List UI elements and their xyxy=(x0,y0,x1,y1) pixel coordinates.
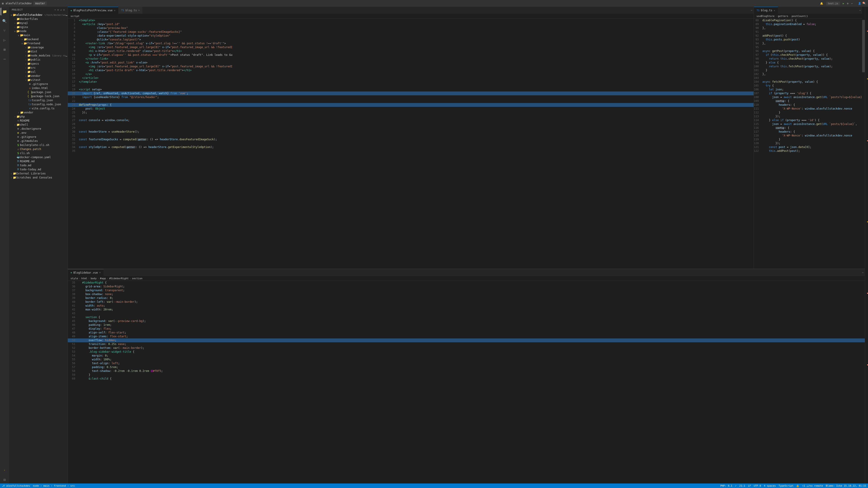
sidebar-item-src[interactable]: › 📁 src xyxy=(9,66,68,70)
editor-actions[interactable]: ⋯ xyxy=(749,7,754,14)
sidebar-item-shell[interactable]: › 📁 shell xyxy=(9,123,68,127)
sidebar-item-docker-compose[interactable]: 🐳 docker-compose.yaml xyxy=(9,155,68,159)
sidebar-item-frontend[interactable]: ∨ 📂 frontend xyxy=(9,41,68,45)
run-icon[interactable]: ▶ xyxy=(843,2,844,5)
code-line: 102}, xyxy=(754,72,862,76)
extensions-icon[interactable]: ⊞ xyxy=(1,46,8,53)
hamburger-icon[interactable]: ≡ xyxy=(2,2,4,5)
sidebar-item-node[interactable]: ∨ 📂 node xyxy=(9,29,68,33)
sidebar-item-gitignore2[interactable]: ⊙ .gitignore xyxy=(9,135,68,139)
sidebar-item-node-modules[interactable]: › 📁 node_modules library root xyxy=(9,54,68,58)
code-line: 18 xyxy=(68,84,754,88)
sidebar-item-php[interactable]: › 📁 php xyxy=(9,115,68,119)
file-icon: ⚙ xyxy=(16,131,20,135)
tab-blogsidebar[interactable]: ◈ BlogSidebar.vue × xyxy=(68,269,104,276)
tab-close-icon[interactable]: × xyxy=(99,271,101,274)
code-editor-bottom[interactable]: 35 #SidebarRight { 36 grid-area: Sidebar… xyxy=(68,281,865,484)
indent-setting[interactable]: 4 spaces xyxy=(764,484,776,487)
vue-icon: ◈ xyxy=(70,271,72,274)
sidebar-item-todo[interactable]: M todo.md xyxy=(9,163,68,167)
more-views-icon[interactable]: ⋯ xyxy=(1,55,8,63)
git-path-status[interactable]: node › main › frontend › src xyxy=(33,484,75,487)
sidebar-item-scratches[interactable]: › 📁 Scratches and Consoles xyxy=(9,175,68,180)
tab-close-icon[interactable]: × xyxy=(138,9,140,12)
git-sync-status[interactable]: ↑1 △/no remote xyxy=(802,484,823,487)
code-line: 47 display: flex; xyxy=(68,327,865,331)
sidebar-item-specs[interactable]: › 📁 specs xyxy=(9,62,68,66)
code-editor-top-left[interactable]: 1<template> 2 <article :key="post.id" 3 … xyxy=(68,19,754,269)
sidebar-item-tsconfig-node[interactable]: ts tsconfig.node.json xyxy=(9,102,68,106)
sidebar-item-package-lock[interactable]: { } package-lock.json xyxy=(9,94,68,98)
tab-close-icon[interactable]: × xyxy=(114,9,116,12)
sidebar-item-nginx[interactable]: › 📁 nginx xyxy=(9,25,68,29)
blame-info[interactable]: Blame: Icke 15.10.22, 01:15 xyxy=(826,484,866,487)
explorer-icon[interactable]: 📁 xyxy=(1,8,8,15)
tab-blogposts[interactable]: ◈ BlogPostsPostPreview.vue × xyxy=(68,7,119,14)
remote-icon[interactable]: ⚡ xyxy=(1,466,8,474)
sidebar-item-external-libs[interactable]: › 📁 External Libraries xyxy=(9,171,68,175)
tab-close-icon[interactable]: × xyxy=(774,9,775,12)
item-label: dockerfiles xyxy=(20,18,68,21)
sidebar-item-changes-patch[interactable]: ⚠ Changes.patch xyxy=(9,147,68,151)
sidebar-item-readme-md[interactable]: M README.md xyxy=(9,159,68,163)
file-encoding[interactable]: UTF-8 xyxy=(754,484,761,487)
sidebar-item-vendor-fe[interactable]: › 📁 vendor xyxy=(9,74,68,78)
error-marker xyxy=(867,31,868,32)
account-icon[interactable]: 👤 xyxy=(858,2,861,5)
new-file-icon[interactable]: + xyxy=(55,8,56,11)
source-control-icon[interactable]: ⑂ xyxy=(1,27,8,34)
sidebar-item-index-html[interactable]: ◇ index.html xyxy=(9,86,68,90)
item-label: todo-today.md xyxy=(20,168,68,171)
line-ending[interactable]: LF xyxy=(748,484,751,487)
new-folder-icon[interactable]: ⊕ xyxy=(57,8,59,11)
php-version[interactable]: PHP: 8.1 xyxy=(720,484,733,487)
cursor-position[interactable]: 21:1 xyxy=(739,484,745,487)
tab-blog-ts[interactable]: TS blog.ts × xyxy=(119,7,143,14)
sidebar-item-cli[interactable]: $ cli.sh xyxy=(9,151,68,155)
bottom-editor-actions[interactable]: ⋯ xyxy=(861,269,865,276)
language-mode[interactable]: TypeScript xyxy=(778,484,794,487)
settings-icon[interactable]: ⚙ xyxy=(847,2,848,5)
run-debug-icon[interactable]: ▷ xyxy=(1,36,8,44)
project-label[interactable]: alexfullstackdev xyxy=(5,2,32,5)
search-icon[interactable]: 🔍 xyxy=(1,17,8,25)
code-line: 120 }); xyxy=(754,141,862,145)
sidebar-item-backend[interactable]: › 📁 backend xyxy=(9,37,68,41)
branch-selector[interactable]: master xyxy=(33,1,47,5)
more-icon[interactable]: ⋯ xyxy=(851,2,852,5)
sidebar-item-public[interactable]: › 📁 public xyxy=(9,58,68,62)
item-label: tsconfig.node.json xyxy=(32,103,68,106)
sidebar-item-gitignore[interactable]: ⊙ .gitignore xyxy=(9,82,68,86)
sidebar-item-vite-config[interactable]: ⚡ vite.config.ts xyxy=(9,106,68,110)
sidebar-item-vitest[interactable]: › 📁 vitest xyxy=(9,78,68,82)
right-editor-actions[interactable]: ⋯ xyxy=(858,7,862,14)
sidebar-item-coverage[interactable]: › 📁 coverage xyxy=(9,45,68,50)
sidebar-item-tsconfig[interactable]: ts tsconfig.json xyxy=(9,98,68,102)
sidebar-item-vendor2[interactable]: › 📁 vendor xyxy=(9,110,68,115)
sidebar-item-boilerplate[interactable]: $ boilerplate-cli.sh xyxy=(9,143,68,147)
sidebar-item-main[interactable]: ∨ 📂 main xyxy=(9,33,68,37)
collapse-all-icon[interactable]: ⊟ xyxy=(63,8,65,11)
bottom-panel-icon[interactable]: ⊡ xyxy=(1,476,8,484)
bell-icon[interactable]: 🔔 xyxy=(820,2,823,5)
sidebar-item-mysql[interactable]: › 📁 mysql xyxy=(9,21,68,25)
sidebar-item-package-json[interactable]: { } package.json xyxy=(9,90,68,94)
sidebar-item-env[interactable]: ⚙ .env xyxy=(9,131,68,135)
scrollbar-right[interactable] xyxy=(862,7,865,269)
sidebar-item-dockerignore[interactable]: ⊙ .dockerignore xyxy=(9,127,68,131)
check-status[interactable]: ✓ xyxy=(735,484,737,487)
sidebar-item-todo-today[interactable]: M todo-today.md xyxy=(9,167,68,171)
sidebar-item-readme[interactable]: ≡ README xyxy=(9,119,68,123)
file-indicator[interactable]: test.js xyxy=(826,2,840,5)
sidebar-root[interactable]: ∨ 📂 alexfullstackdev ~/tech/docker/wordp… xyxy=(9,13,68,17)
sidebar-item-dist[interactable]: › 📁 dist xyxy=(9,50,68,54)
sidebar-item-ssl[interactable]: › 📁 ssl xyxy=(9,70,68,74)
code-editor-right[interactable]: 88disablePagination() { 89 this.paginati… xyxy=(754,19,862,269)
sidebar-item-gitmodules[interactable]: ⊙ .gitmodules xyxy=(9,139,68,143)
item-label: ssl xyxy=(31,70,68,73)
tab-blog-ts-right[interactable]: TS blog.ts × xyxy=(754,7,778,14)
sidebar-item-dockerfiles[interactable]: › 📁 dockerfiles xyxy=(9,17,68,21)
refresh-icon[interactable]: ↺ xyxy=(60,8,62,11)
git-branch-status[interactable]: ⎇ alexfullstackdev xyxy=(2,484,30,487)
code-line: 108 json = await axiosInstance.get(URL `… xyxy=(754,95,862,99)
